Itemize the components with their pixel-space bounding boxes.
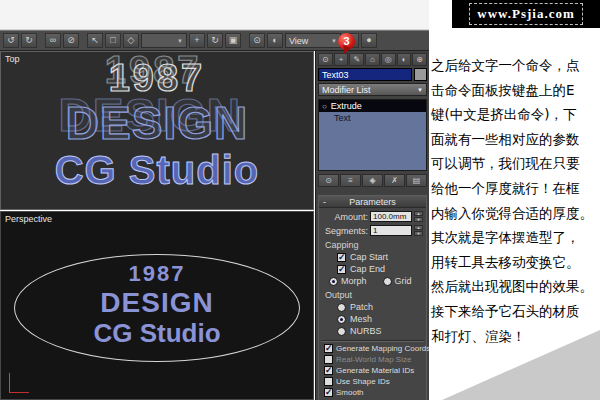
region-select-icon[interactable]: □ <box>105 33 121 48</box>
extruded-text-design[interactable]: DESIGN <box>1 287 313 318</box>
checkbox-generate-mapping-coords[interactable]: Generate Mapping Coords. <box>319 344 426 353</box>
checkbox-icon[interactable] <box>337 265 346 274</box>
radio-patch[interactable]: Patch <box>319 302 426 312</box>
amount-field[interactable]: 100.0mm <box>370 211 412 222</box>
radio-icon[interactable] <box>337 327 346 336</box>
toolbar-separator <box>39 33 43 48</box>
rollout-title: Parameters <box>349 197 396 207</box>
checkbox-icon[interactable] <box>324 377 333 386</box>
motion-tab-icon[interactable]: ◎ <box>381 53 396 66</box>
checkbox-smooth[interactable]: Smooth <box>319 388 426 397</box>
scale-icon[interactable]: ▣ <box>225 33 241 48</box>
cap-start-label: Cap Start <box>350 252 388 262</box>
cap-type-radio-row: Morph Grid <box>319 276 426 286</box>
lightbulb-icon[interactable]: ○ <box>322 102 327 111</box>
remove-modifier-icon[interactable]: ✗ <box>384 174 405 187</box>
render-icon[interactable]: ● <box>361 33 377 48</box>
use-shape-ids-label: Use Shape IDs <box>336 377 390 386</box>
select-object-icon[interactable]: ↖ <box>87 33 103 48</box>
radio-icon[interactable] <box>329 277 338 286</box>
move-icon[interactable]: + <box>189 33 205 48</box>
radio-icon[interactable] <box>383 277 392 286</box>
viewport-perspective[interactable]: Perspective 1987 DESIGN CG Studio <box>0 211 314 400</box>
make-unique-icon[interactable]: ◈ <box>362 174 383 187</box>
tutorial-text: 之后给文字一个命令，点 击命令面板按键盘上的E 键(中文是挤出命令)，下 面就有… <box>431 53 599 348</box>
generate-material-label: Generate Material IDs <box>336 366 414 375</box>
configure-modifier-sets-icon[interactable]: ▤ <box>406 174 427 187</box>
step-number: 3 <box>343 35 349 47</box>
viewport-top[interactable]: Top 1987 1987 DESIGN DESIGN CG Studio <box>0 51 314 210</box>
checkbox-real-world-map-size[interactable]: Real-World Map Size <box>319 355 426 364</box>
segments-field[interactable]: 1 <box>370 225 412 236</box>
redo-icon[interactable]: ↻ <box>21 33 37 48</box>
checkbox-icon[interactable] <box>324 366 333 375</box>
pin-stack-icon[interactable]: ⊙ <box>318 174 339 187</box>
show-end-result-icon[interactable]: ≡ <box>340 174 361 187</box>
chevron-down-icon: ▼ <box>331 38 337 44</box>
main-toolbar: ↺ ↻ ∞ ⊘ ↖ □ ◇ ▼ + ↻ ▣ ⊙ ◐ View ▼ ≡ ● <box>0 30 429 51</box>
extruded-text-cgstudio[interactable]: CG Studio <box>1 318 313 348</box>
amount-label: Amount: <box>334 212 368 222</box>
checkbox-icon[interactable] <box>337 253 346 262</box>
checkbox-icon[interactable] <box>324 388 333 397</box>
amount-spinner[interactable]: ▲ ▼ <box>414 211 423 222</box>
viewport-top-label[interactable]: Top <box>5 54 20 64</box>
segments-spinner[interactable]: ▲ ▼ <box>414 225 423 236</box>
spinner-up-icon[interactable]: ▲ <box>414 225 423 230</box>
extruded-text-1987[interactable]: 1987 <box>1 260 313 287</box>
radio-grid[interactable]: Grid <box>383 276 412 286</box>
checkbox-icon[interactable] <box>324 344 333 353</box>
spinner-down-icon[interactable]: ▼ <box>414 231 423 236</box>
view-dropdown[interactable]: View ▼ <box>285 33 341 48</box>
undo-icon[interactable]: ↺ <box>3 33 19 48</box>
checkbox-use-shape-ids[interactable]: Use Shape IDs <box>319 377 426 386</box>
stack-item-text[interactable]: Text <box>319 112 426 124</box>
scene-text-perspective[interactable]: 1987 DESIGN CG Studio <box>1 260 313 348</box>
stack-item-extrude[interactable]: ○ Extrude <box>319 100 426 112</box>
radio-morph[interactable]: Morph <box>329 276 367 286</box>
nurbs-label: NURBS <box>350 326 382 336</box>
watermark: www.Psjia.com <box>452 0 600 28</box>
checkbox-icon[interactable] <box>324 355 333 364</box>
tutorial-line: 用转工具去移动变换它。 <box>431 250 599 275</box>
morph-label: Morph <box>341 276 367 286</box>
tutorial-line: 键(中文是挤出命令)，下 <box>431 102 599 127</box>
radio-icon[interactable] <box>337 303 346 312</box>
tutorial-line: 给他一个厚度就行！在框 <box>431 176 599 201</box>
utilities-tab-icon[interactable]: ⊕ <box>412 53 427 66</box>
viewport-perspective-label[interactable]: Perspective <box>5 214 52 224</box>
checkbox-cap-end[interactable]: Cap End <box>319 264 426 274</box>
amount-row: Amount: 100.0mm ▲ ▼ <box>319 211 426 222</box>
mirror-icon[interactable]: ◐ <box>267 33 283 48</box>
wireframe-text-cgstudio[interactable]: CG Studio <box>55 148 260 192</box>
segments-label: Segments: <box>325 226 368 236</box>
tutorial-line: 击命令面板按键盘上的E <box>431 78 599 103</box>
pin-icon[interactable]: ⊙ <box>318 53 333 66</box>
modify-tab-icon[interactable]: ✎ <box>349 53 364 66</box>
scene-text-top[interactable]: 1987 1987 DESIGN DESIGN CG Studio <box>1 56 313 193</box>
spinner-down-icon[interactable]: ▼ <box>414 217 423 222</box>
radio-icon[interactable] <box>337 315 346 324</box>
unlink-icon[interactable]: ⊘ <box>63 33 79 48</box>
modifier-list-dropdown[interactable]: Modifier List ▼ <box>318 83 427 96</box>
object-name-field[interactable]: Text03 <box>318 68 412 81</box>
toolbar-separator <box>81 33 85 48</box>
crossing-select-icon[interactable]: ◇ <box>123 33 139 48</box>
hierarchy-tab-icon[interactable]: ⌂ <box>365 53 380 66</box>
x-axis-icon <box>9 392 29 393</box>
grid-label: Grid <box>395 276 412 286</box>
collapse-icon[interactable]: - <box>323 196 326 208</box>
spinner-up-icon[interactable]: ▲ <box>414 211 423 216</box>
radio-mesh[interactable]: Mesh <box>319 314 426 324</box>
object-color-swatch[interactable] <box>414 68 427 81</box>
checkbox-generate-material-ids[interactable]: Generate Material IDs <box>319 366 426 375</box>
view-dropdown-value: View <box>289 36 308 46</box>
checkbox-cap-start[interactable]: Cap Start <box>319 252 426 262</box>
select-link-icon[interactable]: ∞ <box>45 33 61 48</box>
snap-toggle-icon[interactable]: ⊙ <box>249 33 265 48</box>
display-tab-icon[interactable]: ◐ <box>397 53 412 66</box>
radio-nurbs[interactable]: NURBS <box>319 326 426 336</box>
rotate-icon[interactable]: ↻ <box>207 33 223 48</box>
selection-filter-dropdown[interactable]: ▼ <box>141 33 187 48</box>
parameters-rollout-header[interactable]: - Parameters <box>319 196 426 208</box>
